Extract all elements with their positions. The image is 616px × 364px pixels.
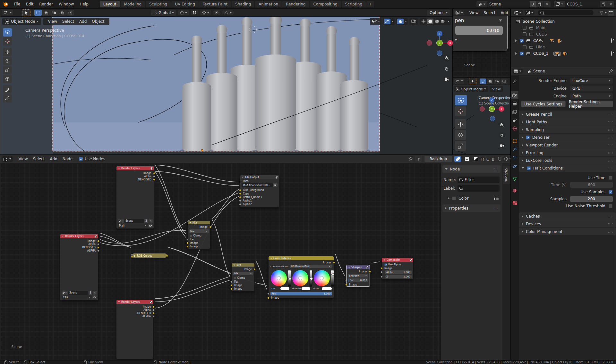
panel-luxcore-tools[interactable]: LuxCore Tools:::: <box>519 157 616 164</box>
menu-file[interactable]: File <box>11 2 23 6</box>
parent-tree-button[interactable] <box>415 156 422 162</box>
socket-image-in[interactable] <box>345 284 347 286</box>
socket-image1-in[interactable] <box>186 242 189 244</box>
tab-render[interactable] <box>511 91 518 99</box>
pin-icon[interactable] <box>609 69 613 73</box>
view-layer-selector[interactable]: CCDS_1 × <box>553 1 615 8</box>
channel-g-button[interactable]: G <box>486 157 490 161</box>
outliner-search-input[interactable] <box>538 10 594 15</box>
small-active-tool-button[interactable] <box>469 78 476 84</box>
sharpen-fac-field[interactable]: Fac: 0.010 <box>348 278 368 282</box>
shading-rendered-icon[interactable] <box>441 19 445 24</box>
socket-z-in[interactable] <box>381 276 383 278</box>
active-tool-button[interactable] <box>22 9 30 16</box>
navigation-gizmo[interactable]: Z Y X <box>426 28 453 58</box>
hide-eye-toggle[interactable] <box>611 51 612 56</box>
panel-grease-pencil[interactable]: Grease Pencil:::: <box>519 111 616 118</box>
menu-window[interactable]: Window <box>56 2 77 6</box>
node-name-field[interactable]: Filter <box>458 177 500 183</box>
small-mode-dropdown[interactable]: Object Mode <box>454 86 488 92</box>
small-pan-view-button[interactable] <box>499 132 505 138</box>
socket-image-out[interactable] <box>253 268 256 270</box>
outliner[interactable]: Scene Collection Main CCDS CAPs 5 2 Hide <box>510 9 616 67</box>
tab-tool[interactable] <box>511 78 518 86</box>
tab-scripting[interactable]: Scripting <box>342 1 366 7</box>
mix-mode-dropdown[interactable]: Mix <box>189 229 209 233</box>
tool-cursor[interactable] <box>3 37 12 46</box>
pin-icon[interactable] <box>408 157 413 161</box>
outliner-row-main[interactable]: Main <box>511 25 616 31</box>
panel-properties-header[interactable]: Properties:::: <box>442 204 501 212</box>
fac-slider[interactable]: Fac: 1.000 <box>270 292 332 295</box>
scene-name[interactable]: Scene <box>487 1 530 7</box>
select-mode-extend[interactable] <box>42 10 50 16</box>
compositor-editor[interactable]: View Select Add Node Use Nodes Backdrop … <box>0 155 511 360</box>
use-samples-checkbox[interactable] <box>609 190 612 194</box>
pan-view-button[interactable] <box>443 65 450 72</box>
node-layer-dropdown[interactable]: Main <box>118 224 148 228</box>
mini-menu-add[interactable]: Add <box>498 11 511 15</box>
menu-render[interactable]: Render <box>36 2 56 6</box>
denoiser-checkbox[interactable] <box>526 136 530 139</box>
tab-material[interactable] <box>511 186 518 195</box>
panel-halt-conditions[interactable]: Halt Conditions:::: <box>519 164 616 172</box>
node-snap-magnet-icon[interactable] <box>498 157 502 161</box>
panel-color-management[interactable]: Color Management:::: <box>519 228 616 235</box>
mini-menu-view[interactable]: View <box>467 11 481 15</box>
select-mode-intersect[interactable] <box>66 10 74 16</box>
socket-image-out[interactable] <box>209 226 211 228</box>
panel-caches[interactable]: Caches:::: <box>519 212 616 220</box>
node-scene-icon[interactable] <box>62 291 68 295</box>
tab-modifiers[interactable] <box>511 145 518 154</box>
composite-z-field[interactable]: Z 1.000 <box>385 275 412 278</box>
tab-world[interactable] <box>511 124 518 133</box>
tab-object[interactable] <box>511 137 518 145</box>
socket-image-out[interactable] <box>369 270 371 273</box>
tab-layout[interactable]: Layout <box>100 1 120 7</box>
panel-devices[interactable]: Devices:::: <box>519 220 616 228</box>
scene-user-count[interactable]: 3 <box>530 1 536 7</box>
render-settings-helper-button[interactable]: Render Settings Helper <box>569 101 613 107</box>
engine-dropdown[interactable]: Path <box>570 93 613 99</box>
socket-alpha-out[interactable] <box>152 309 155 311</box>
node-menu-add[interactable]: Add <box>47 157 60 161</box>
node-label-field[interactable] <box>458 185 500 192</box>
new-collection-button[interactable] <box>608 10 614 16</box>
tab-particles[interactable] <box>511 154 518 162</box>
use-noise-threshold-checkbox[interactable] <box>609 204 612 208</box>
use-cycles-settings-button[interactable]: Use Cycles Settings <box>521 101 566 107</box>
viewport-3d-small[interactable]: Object Mode View Camera Perspective (1) … <box>453 77 510 155</box>
socket-caps-in[interactable] <box>239 193 241 195</box>
xray-toggle[interactable] <box>409 18 418 25</box>
snap-target-dropdown[interactable] <box>200 10 211 15</box>
proportional-edit-toggle[interactable] <box>213 10 220 15</box>
socket-image-in[interactable] <box>131 256 133 258</box>
lift-color-swatch[interactable] <box>280 287 289 290</box>
socket-denoised-out[interactable] <box>152 312 155 314</box>
gain-color-swatch[interactable] <box>322 287 332 290</box>
tool-measure[interactable] <box>3 94 12 103</box>
view-layer-icon[interactable] <box>554 1 565 7</box>
channel-color-alpha-button[interactable] <box>463 156 470 162</box>
tab-object-data[interactable] <box>511 175 518 183</box>
panel-viewport-render[interactable]: Viewport Render:::: <box>519 141 616 149</box>
hide-eye-toggle[interactable] <box>611 38 612 43</box>
menu-view[interactable]: View <box>46 19 60 24</box>
shading-solid-active[interactable] <box>427 19 433 24</box>
select-mode-subtract[interactable] <box>50 10 58 16</box>
node-menu-node[interactable]: Node <box>60 157 75 161</box>
socket-alpha2-in[interactable] <box>239 203 241 205</box>
tool-select-box[interactable] <box>3 28 12 37</box>
node-scene-unlink[interactable]: × <box>93 291 97 295</box>
socket-denoised-out[interactable] <box>97 246 99 249</box>
node-mix-1[interactable]: Mix Image Mix Clamp Fac Image Image <box>187 221 210 249</box>
popover-title[interactable]: pen <box>455 18 464 23</box>
node-layer-dropdown[interactable]: CAP <box>62 295 92 299</box>
node-menu-select[interactable]: Select <box>30 157 47 161</box>
expand-icon[interactable] <box>515 39 517 42</box>
tool-scale[interactable] <box>3 66 12 74</box>
node-scene-unlink[interactable]: × <box>149 219 153 223</box>
small-tool-move[interactable] <box>455 119 466 129</box>
orientation-dropdown[interactable]: Global <box>151 10 176 16</box>
tool-transform[interactable] <box>3 75 12 83</box>
